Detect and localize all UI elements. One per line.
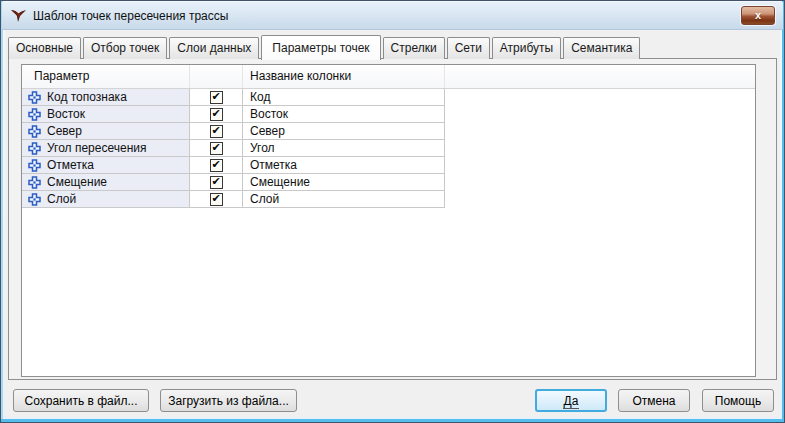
row-filler [445, 174, 755, 191]
checkbox-cell: ✔ [190, 89, 243, 106]
window-title: Шаблон точек пересечения трассы [33, 9, 228, 23]
param-checkbox[interactable]: ✔ [210, 91, 223, 104]
column-header-nazvanie-kolonki: Название колонки [243, 65, 445, 88]
param-cell: Смещение [22, 174, 190, 191]
point-crosshair-icon [28, 193, 41, 206]
row-filler [445, 89, 755, 106]
tab-strip: Основные Отбор точек Слои данных Парамет… [8, 34, 777, 59]
check-icon: ✔ [211, 160, 220, 170]
param-label: Восток [47, 106, 85, 122]
point-crosshair-icon [28, 125, 41, 138]
tab-4[interactable]: Стрелки [383, 37, 445, 59]
title-bar[interactable]: Шаблон точек пересечения трассы x [2, 2, 783, 30]
load-from-file-button[interactable]: Загрузить из файла... [160, 389, 297, 412]
table-row: Код топознака ✔ Код [22, 89, 755, 106]
dialog-window: Шаблон точек пересечения трассы x Основн… [0, 0, 785, 423]
checkbox-cell: ✔ [190, 140, 243, 157]
param-cell: Север [22, 123, 190, 140]
table-row: Отметка ✔ Отметка [22, 157, 755, 174]
param-checkbox[interactable]: ✔ [210, 125, 223, 138]
param-cell: Отметка [22, 157, 190, 174]
param-checkbox[interactable]: ✔ [210, 108, 223, 121]
checkbox-cell: ✔ [190, 106, 243, 123]
checkbox-cell: ✔ [190, 174, 243, 191]
column-name-cell[interactable]: Восток [243, 106, 445, 123]
tab-6[interactable]: Атрибуты [492, 37, 561, 59]
checkbox-cell: ✔ [190, 157, 243, 174]
param-label: Отметка [47, 157, 94, 173]
param-checkbox[interactable]: ✔ [210, 142, 223, 155]
ok-button[interactable]: Да [535, 389, 607, 412]
tab-label: Сети [455, 41, 482, 55]
column-header-filler [445, 65, 755, 88]
param-label: Север [47, 123, 82, 139]
param-checkbox[interactable]: ✔ [210, 159, 223, 172]
save-to-file-button[interactable]: Сохранить в файл... [13, 389, 149, 412]
dialog-client-area: Основные Отбор точек Слои данных Парамет… [5, 30, 780, 417]
param-label: Код топознака [47, 89, 127, 105]
table-row: Смещение ✔ Смещение [22, 174, 755, 191]
checkbox-cell: ✔ [190, 123, 243, 140]
check-icon: ✔ [211, 126, 220, 136]
table-row: Угол пересечения ✔ Угол [22, 140, 755, 157]
app-logo-icon [10, 8, 27, 24]
tab-label: Параметры точек [272, 41, 369, 55]
check-icon: ✔ [211, 109, 220, 119]
tab-label: Атрибуты [500, 41, 553, 55]
close-button[interactable]: x [741, 6, 775, 25]
check-icon: ✔ [211, 92, 220, 102]
tab-7[interactable]: Семантика [563, 37, 640, 59]
row-filler [445, 106, 755, 123]
column-name-cell[interactable]: Слой [243, 191, 445, 208]
tab-label: Слои данных [177, 41, 251, 55]
tab-1[interactable]: Отбор точек [83, 37, 167, 59]
param-cell: Восток [22, 106, 190, 123]
column-name-cell[interactable]: Угол [243, 140, 445, 157]
param-cell: Угол пересечения [22, 140, 190, 157]
param-label: Смещение [47, 174, 107, 190]
row-filler [445, 157, 755, 174]
check-icon: ✔ [211, 177, 220, 187]
ok-button-label: Да [563, 394, 580, 409]
param-cell: Код топознака [22, 89, 190, 106]
param-label: Угол пересечения [47, 140, 147, 156]
point-crosshair-icon [28, 142, 41, 155]
close-icon: x [755, 9, 761, 21]
column-header-parametr: Параметр [22, 65, 190, 88]
param-checkbox[interactable]: ✔ [210, 193, 223, 206]
tab-label: Отбор точек [91, 41, 159, 55]
column-header-checkbox [190, 65, 243, 88]
help-button[interactable]: Помощь [702, 389, 774, 412]
tab-0[interactable]: Основные [8, 37, 81, 59]
param-checkbox[interactable]: ✔ [210, 176, 223, 189]
tab-5[interactable]: Сети [447, 37, 490, 59]
column-name-cell[interactable]: Север [243, 123, 445, 140]
table-row: Слой ✔ Слой [22, 191, 755, 208]
table-row: Восток ✔ Восток [22, 106, 755, 123]
parameters-grid: Параметр Название колонки Код топознака … [21, 64, 756, 377]
column-name-cell[interactable]: Смещение [243, 174, 445, 191]
point-crosshair-icon [28, 108, 41, 121]
tab-label: Стрелки [391, 41, 437, 55]
row-filler [445, 191, 755, 208]
tab-page-parametry-tochek: Параметр Название колонки Код топознака … [8, 58, 777, 380]
row-filler [445, 123, 755, 140]
point-crosshair-icon [28, 159, 41, 172]
point-crosshair-icon [28, 176, 41, 189]
column-name-cell[interactable]: Отметка [243, 157, 445, 174]
check-icon: ✔ [211, 143, 220, 153]
grid-header-row: Параметр Название колонки [22, 65, 755, 89]
checkbox-cell: ✔ [190, 191, 243, 208]
table-row: Север ✔ Север [22, 123, 755, 140]
row-filler [445, 140, 755, 157]
cancel-button[interactable]: Отмена [618, 389, 690, 412]
check-icon: ✔ [211, 194, 220, 204]
point-crosshair-icon [28, 91, 41, 104]
column-name-cell[interactable]: Код [243, 89, 445, 106]
param-label: Слой [47, 191, 76, 207]
grid-rows: Код топознака ✔ Код Восток ✔ Восток Севе… [22, 89, 755, 208]
tab-2[interactable]: Слои данных [169, 37, 259, 59]
tab-label: Семантика [571, 41, 632, 55]
tab-3[interactable]: Параметры точек [261, 35, 380, 60]
tab-label: Основные [16, 41, 73, 55]
